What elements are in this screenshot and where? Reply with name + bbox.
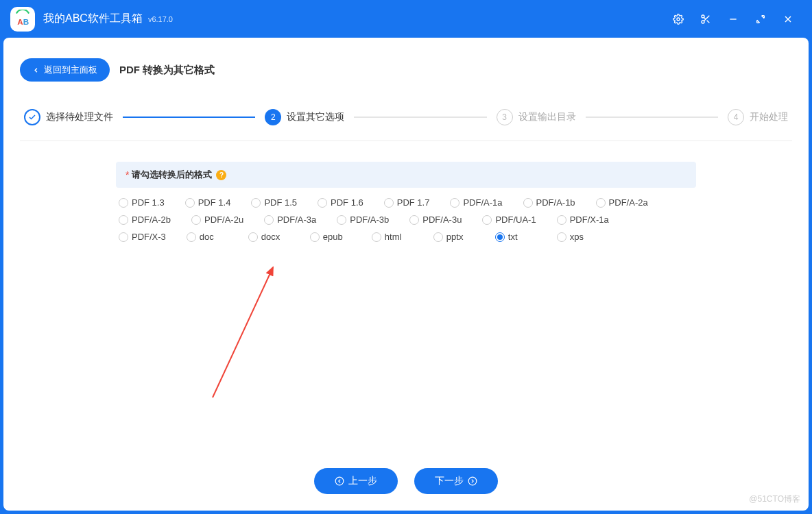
radio-circle-icon: [185, 198, 195, 208]
radio-circle-icon: [409, 215, 419, 225]
radio-label: pptx: [446, 232, 464, 242]
radio-circle-icon: [596, 198, 606, 208]
help-icon[interactable]: ?: [216, 170, 226, 180]
format-radio-pdf-ua-1[interactable]: PDF/UA-1: [482, 215, 556, 225]
radio-circle-icon: [318, 198, 327, 208]
radio-circle-icon: [119, 198, 128, 208]
radio-label: PDF/A-2a: [609, 197, 648, 208]
svg-text:A: A: [17, 16, 23, 25]
format-radio-pdf-1-6[interactable]: PDF 1.6: [318, 197, 384, 208]
format-radio-pdf-a-2a[interactable]: PDF/A-2a: [596, 197, 669, 208]
required-mark: *: [126, 169, 129, 180]
scissors-icon[interactable]: [692, 5, 719, 33]
format-radio-pdf-a-3a[interactable]: PDF/A-3a: [264, 215, 337, 225]
app-title: 我的ABC软件工具箱: [43, 12, 143, 26]
close-icon[interactable]: [774, 5, 802, 33]
format-radio-pdf-1-3[interactable]: PDF 1.3: [119, 197, 185, 208]
titlebar: A B 我的ABC软件工具箱 v6.17.0: [0, 0, 812, 38]
format-radio-pdf-1-5[interactable]: PDF 1.5: [251, 197, 318, 208]
format-radio-xps[interactable]: xps: [557, 232, 619, 242]
format-radio-doc[interactable]: doc: [187, 232, 248, 242]
section-title: 请勾选转换后的格式: [132, 169, 212, 181]
app-version: v6.17.0: [148, 15, 173, 23]
svg-line-7: [704, 17, 706, 19]
radio-circle-icon: [337, 215, 346, 225]
format-radio-pdf-1-7[interactable]: PDF 1.7: [384, 197, 451, 208]
footer: 上一步 下一步: [3, 468, 809, 494]
radio-circle-icon: [557, 215, 566, 225]
back-button[interactable]: 返回到主面板: [20, 58, 110, 82]
format-radio-epub[interactable]: epub: [310, 232, 372, 242]
step-line: [586, 117, 718, 118]
step-3[interactable]: 3设置输出目录: [497, 109, 576, 125]
section-header: * 请勾选转换后的格式 ?: [116, 162, 696, 188]
radio-circle-icon: [384, 198, 394, 208]
watermark: @51CTO博客: [749, 493, 800, 505]
chevron-left-icon: [32, 66, 40, 74]
radio-label: PDF/A-3u: [422, 215, 462, 225]
header-row: 返回到主面板 PDF 转换为其它格式: [20, 58, 792, 82]
format-radio-pptx[interactable]: pptx: [433, 232, 495, 242]
format-radio-docx[interactable]: docx: [248, 232, 310, 242]
svg-text:B: B: [23, 16, 29, 25]
format-radio-pdf-1-4[interactable]: PDF 1.4: [185, 197, 252, 208]
radio-label: PDF 1.6: [331, 197, 363, 208]
page-title: PDF 转换为其它格式: [119, 64, 215, 77]
radio-circle-icon: [187, 232, 196, 242]
radio-label: xps: [570, 232, 584, 242]
radio-circle-icon: [482, 215, 492, 225]
radio-label: PDF 1.4: [198, 197, 231, 208]
format-radio-pdf-a-1a[interactable]: PDF/A-1a: [450, 197, 523, 208]
format-radio-pdf-a-2b[interactable]: PDF/A-2b: [119, 215, 191, 225]
radio-circle-icon: [264, 215, 274, 225]
settings-icon[interactable]: [665, 5, 692, 33]
arrow-annotation: [206, 264, 288, 401]
svg-point-2: [677, 18, 680, 21]
minimize-icon[interactable]: [719, 5, 747, 33]
format-radio-pdf-x-1a[interactable]: PDF/X-1a: [557, 215, 630, 225]
radio-label: PDF/A-3a: [277, 215, 316, 225]
step-line: [123, 117, 255, 118]
format-radio-pdf-a-1b[interactable]: PDF/A-1b: [523, 197, 596, 208]
svg-point-4: [702, 21, 704, 23]
radio-label: PDF 1.5: [264, 197, 297, 208]
radio-circle-icon: [191, 215, 201, 225]
radio-label: PDF/A-3b: [350, 215, 389, 225]
step-circle: [24, 109, 40, 125]
next-button[interactable]: 下一步: [414, 468, 498, 494]
svg-line-6: [707, 20, 710, 23]
format-radio-grid: PDF 1.3PDF 1.4PDF 1.5PDF 1.6PDF 1.7PDF/A…: [116, 197, 696, 242]
format-radio-pdf-a-3u[interactable]: PDF/A-3u: [409, 215, 482, 225]
step-label: 开始处理: [750, 111, 788, 123]
maximize-icon[interactable]: [747, 5, 774, 33]
next-button-label: 下一步: [435, 475, 464, 487]
radio-circle-icon: [119, 215, 128, 225]
prev-button-label: 上一步: [348, 475, 377, 487]
main-container: 返回到主面板 PDF 转换为其它格式 选择待处理文件2设置其它选项3设置输出目录…: [3, 38, 809, 511]
radio-label: PDF/A-2b: [132, 215, 171, 225]
svg-point-3: [702, 15, 704, 18]
format-radio-txt[interactable]: txt: [495, 232, 557, 242]
svg-point-12: [468, 477, 477, 485]
step-1[interactable]: 选择待处理文件: [24, 109, 113, 125]
radio-label: PDF 1.7: [397, 197, 430, 208]
step-circle: 2: [265, 109, 281, 125]
step-label: 选择待处理文件: [46, 111, 113, 123]
radio-label: epub: [323, 232, 343, 242]
format-radio-pdf-a-3b[interactable]: PDF/A-3b: [337, 215, 409, 225]
radio-label: txt: [508, 232, 518, 242]
step-4[interactable]: 4开始处理: [728, 109, 788, 125]
radio-circle-icon: [433, 232, 443, 242]
format-radio-pdf-a-2u[interactable]: PDF/A-2u: [191, 215, 264, 225]
radio-circle-icon: [450, 198, 459, 208]
format-radio-pdf-x-3[interactable]: PDF/X-3: [119, 232, 187, 242]
format-radio-html[interactable]: html: [372, 232, 433, 242]
prev-button[interactable]: 上一步: [314, 468, 398, 494]
radio-label: PDF 1.3: [132, 197, 165, 208]
radio-label: PDF/X-1a: [570, 215, 609, 225]
step-2[interactable]: 2设置其它选项: [265, 109, 344, 125]
radio-circle-icon: [251, 198, 261, 208]
svg-line-14: [213, 267, 273, 397]
radio-circle-icon: [119, 232, 128, 242]
radio-label: html: [385, 232, 402, 242]
